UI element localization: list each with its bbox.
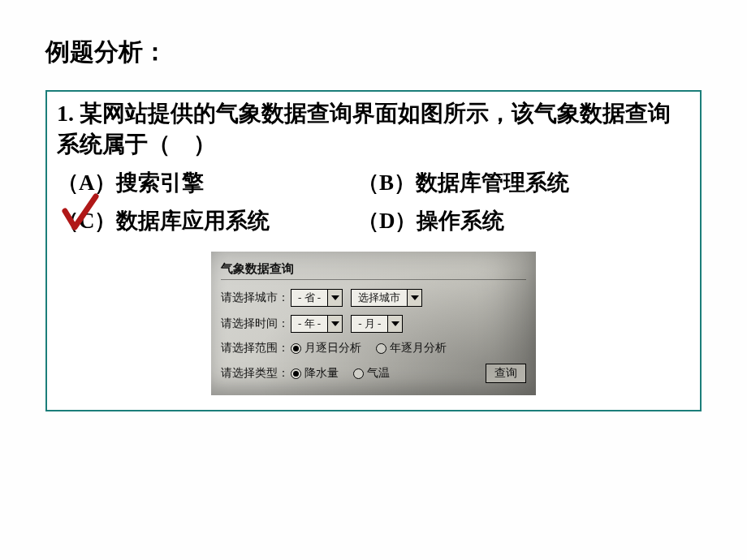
- options-row-2: （C）数据库应用系统 （D）操作系统: [52, 205, 695, 239]
- select-month-value: - 月 -: [352, 317, 387, 331]
- radio-scope-monthly-label: 年逐月分析: [390, 341, 447, 355]
- radio-scope-daily-label: 月逐日分析: [304, 341, 361, 355]
- radio-type-temp-label: 气温: [367, 366, 390, 381]
- option-A: （A）搜索引擎: [57, 166, 357, 200]
- options-row-1: （A）搜索引擎 （B）数据库管理系统: [52, 166, 695, 200]
- select-province[interactable]: - 省 -: [291, 289, 343, 307]
- radio-dot-icon: [291, 343, 301, 354]
- select-city-value: 选择城市: [352, 291, 407, 305]
- section-title: 例题分析：: [45, 36, 702, 69]
- question-box: 1. 某网站提供的气象数据查询界面如图所示，该气象数据查询系统属于（ ） （A）…: [45, 90, 702, 411]
- chevron-down-icon: [387, 316, 402, 332]
- label-city: 请选择城市：: [221, 291, 291, 305]
- row-scope: 请选择范围： 月逐日分析 年逐月分析: [221, 337, 526, 360]
- label-time: 请选择时间：: [221, 317, 291, 331]
- option-C: （C）数据库应用系统: [57, 205, 357, 239]
- label-type: 请选择类型：: [221, 366, 291, 381]
- option-B: （B）数据库管理系统: [357, 166, 690, 200]
- radio-group-type: 降水量 气温: [291, 366, 390, 381]
- select-year[interactable]: - 年 -: [291, 315, 343, 333]
- radio-scope-daily[interactable]: 月逐日分析: [291, 341, 361, 355]
- chevron-down-icon: [327, 290, 342, 306]
- chevron-down-icon: [327, 316, 342, 332]
- question-stem: 1. 某网站提供的气象数据查询界面如图所示，该气象数据查询系统属于（ ）: [52, 98, 695, 160]
- radio-dot-icon: [376, 343, 386, 354]
- radio-group-scope: 月逐日分析 年逐月分析: [291, 341, 447, 355]
- select-province-value: - 省 -: [291, 291, 327, 305]
- radio-type-precip[interactable]: 降水量: [291, 366, 339, 381]
- select-city[interactable]: 选择城市: [351, 289, 422, 307]
- label-scope: 请选择范围：: [221, 341, 291, 355]
- embedded-query-panel: 气象数据查询 请选择城市： - 省 - 选择城市 请选择时间： - 年 -: [211, 252, 536, 395]
- row-type: 请选择类型： 降水量 气温 查询: [221, 360, 526, 387]
- radio-dot-icon: [291, 368, 301, 379]
- select-month[interactable]: - 月 -: [351, 315, 403, 333]
- radio-type-temp[interactable]: 气温: [353, 366, 390, 381]
- radio-dot-icon: [353, 368, 364, 379]
- radio-scope-monthly[interactable]: 年逐月分析: [376, 341, 447, 355]
- radio-type-precip-label: 降水量: [304, 366, 339, 381]
- slide: 例题分析： 1. 某网站提供的气象数据查询界面如图所示，该气象数据查询系统属于（…: [0, 0, 747, 560]
- panel-title: 气象数据查询: [221, 261, 526, 280]
- row-time: 请选择时间： - 年 - - 月 -: [221, 311, 526, 337]
- row-city: 请选择城市： - 省 - 选择城市: [221, 285, 526, 311]
- option-D: （D）操作系统: [357, 205, 690, 239]
- select-year-value: - 年 -: [291, 317, 327, 331]
- chevron-down-icon: [407, 290, 421, 306]
- query-button[interactable]: 查询: [486, 364, 526, 383]
